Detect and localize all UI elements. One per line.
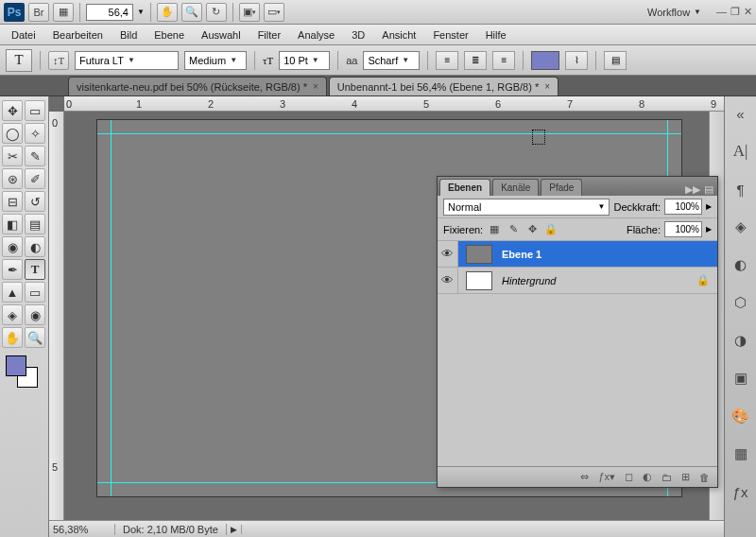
document-tab-active[interactable]: Unbenannt-1 bei 56,4% (Ebene 1, RGB/8) *… [329,77,558,95]
path-select-tool[interactable]: ▲ [2,282,23,303]
layer-thumbnail[interactable] [466,271,492,290]
type-tool[interactable]: T [25,259,45,280]
3d-camera-tool[interactable]: ◉ [25,304,45,325]
antialias-select[interactable]: Scharf▼ [363,51,420,70]
miniview-button[interactable]: ▦ [53,3,74,22]
status-arrow[interactable]: ▶ [227,525,242,534]
zoom-field[interactable] [86,4,133,21]
menu-bild[interactable]: Bild [120,29,137,41]
active-tool-icon[interactable]: T [6,49,32,72]
link-layers-icon[interactable]: ⇔ [580,471,589,483]
ruler-horizontal[interactable]: 0 1 2 3 4 5 6 7 8 9 [64,96,724,112]
tab-pfade[interactable]: Pfade [541,179,582,196]
menu-3d[interactable]: 3D [352,29,365,41]
zoom-tool-button[interactable]: 🔍 [181,3,202,22]
blend-mode-select[interactable]: Normal▼ [443,199,610,216]
status-docsize[interactable]: Dok: 2,10 MB/0 Byte [115,524,227,535]
3d-tool[interactable]: ◈ [2,304,23,325]
paths-panel-icon[interactable]: ⬡ [730,291,752,314]
layer-mask-icon[interactable]: ◻ [625,471,633,483]
lock-transparency-icon[interactable]: ▦ [487,222,502,237]
brush-tool[interactable]: ✐ [25,168,45,189]
marquee-tool[interactable]: ▭ [25,100,45,121]
menu-analyse[interactable]: Analyse [298,29,335,41]
screen-mode-button[interactable]: ▭▾ [264,3,284,22]
layer-thumbnail[interactable] [466,245,492,264]
navigator-panel-icon[interactable]: ▣ [730,367,752,390]
menu-filter[interactable]: Filter [258,29,281,41]
font-family-select[interactable]: Futura LT▼ [75,51,179,70]
paragraph-panel-icon[interactable]: ¶ [730,178,752,200]
layer-row[interactable]: 👁 Ebene 1 [438,241,717,268]
align-left-button[interactable]: ≡ [436,51,458,70]
arrange-button[interactable]: ▣▾ [239,3,260,22]
tab-ebenen[interactable]: Ebenen [439,179,490,196]
lock-position-icon[interactable]: ✥ [524,222,540,237]
dodge-tool[interactable]: ◐ [25,236,45,257]
expand-dock-icon[interactable]: « [730,102,752,125]
menu-hilfe[interactable]: Hilfe [486,29,507,41]
fill-input[interactable] [664,221,702,237]
hand-tool[interactable]: ✋ [2,327,23,348]
visibility-icon[interactable]: 👁 [438,268,458,293]
panel-menu-icon[interactable]: ▤ [704,183,713,196]
minimize-button[interactable]: — [716,6,727,18]
menu-ebene[interactable]: Ebene [154,29,184,41]
lock-all-icon[interactable]: 🔒 [543,222,558,237]
visibility-icon[interactable]: 👁 [438,241,458,267]
delete-layer-icon[interactable]: 🗑 [699,472,710,483]
text-orientation-button[interactable]: ↕T [48,51,69,70]
adjustment-layer-icon[interactable]: ◐ [643,471,652,483]
font-style-select[interactable]: Medium▼ [184,51,247,70]
move-tool[interactable]: ✥ [2,100,23,121]
text-color-swatch[interactable] [531,51,559,70]
crop-tool[interactable]: ✂ [2,146,23,166]
workspace-switcher[interactable]: Workflow [647,7,690,18]
color-panel-icon[interactable]: 🎨 [730,405,752,427]
lasso-tool[interactable]: ◯ [2,123,23,144]
ruler-vertical[interactable]: 0 5 [49,112,64,520]
close-icon[interactable]: × [544,81,550,92]
layer-row[interactable]: 👁 Hintergrund 🔒 [438,268,717,294]
tab-kanaele[interactable]: Kanäle [492,179,539,196]
pen-tool[interactable]: ✒ [2,259,23,280]
shape-tool[interactable]: ▭ [25,282,45,303]
menu-datei[interactable]: Datei [11,29,36,41]
menu-bearbeiten[interactable]: Bearbeiten [53,29,103,41]
stamp-tool[interactable]: ⊟ [2,191,23,212]
layer-name[interactable]: Ebene 1 [502,249,541,260]
rotate-view-button[interactable]: ↻ [206,3,227,22]
gradient-tool[interactable]: ▤ [25,214,45,234]
blur-tool[interactable]: ◉ [2,236,23,257]
hand-tool-button[interactable]: ✋ [157,3,178,22]
foreground-background-colors[interactable] [2,354,43,391]
healing-tool[interactable]: ⊛ [2,168,23,189]
adjustments-panel-icon[interactable]: ◑ [730,329,752,352]
foreground-color[interactable] [6,355,26,376]
warp-text-button[interactable]: ⌇ [565,51,588,70]
eyedropper-tool[interactable]: ✎ [25,146,45,166]
align-center-button[interactable]: ≣ [464,51,487,70]
align-right-button[interactable]: ≡ [492,51,515,70]
swatches-panel-icon[interactable]: ▦ [730,442,752,465]
layers-panel-icon[interactable]: ◈ [730,216,752,238]
close-icon[interactable]: × [313,81,318,92]
lock-pixels-icon[interactable]: ✎ [506,222,521,237]
opacity-input[interactable] [664,199,702,215]
document-tab[interactable]: visitenkarte-neu.pdf bei 50% (Rückseite,… [68,77,327,95]
font-size-select[interactable]: 10 Pt▼ [279,51,330,70]
new-group-icon[interactable]: 🗀 [662,472,672,483]
menu-ansicht[interactable]: Ansicht [382,29,416,41]
styles-panel-icon[interactable]: ƒx [730,480,752,503]
wand-tool[interactable]: ✧ [25,123,45,144]
character-panel-icon[interactable]: A| [730,140,752,163]
menu-auswahl[interactable]: Auswahl [201,29,241,41]
character-panel-button[interactable]: ▤ [604,51,627,70]
collapse-icon[interactable]: ▶▶ [685,183,700,196]
channels-panel-icon[interactable]: ◐ [730,253,752,276]
status-zoom[interactable]: 56,38% [49,524,115,535]
layer-name[interactable]: Hintergrund [502,275,556,286]
layer-fx-icon[interactable]: ƒx▾ [598,471,615,483]
restore-button[interactable]: ❐ [730,6,740,18]
history-brush-tool[interactable]: ↺ [25,191,45,212]
